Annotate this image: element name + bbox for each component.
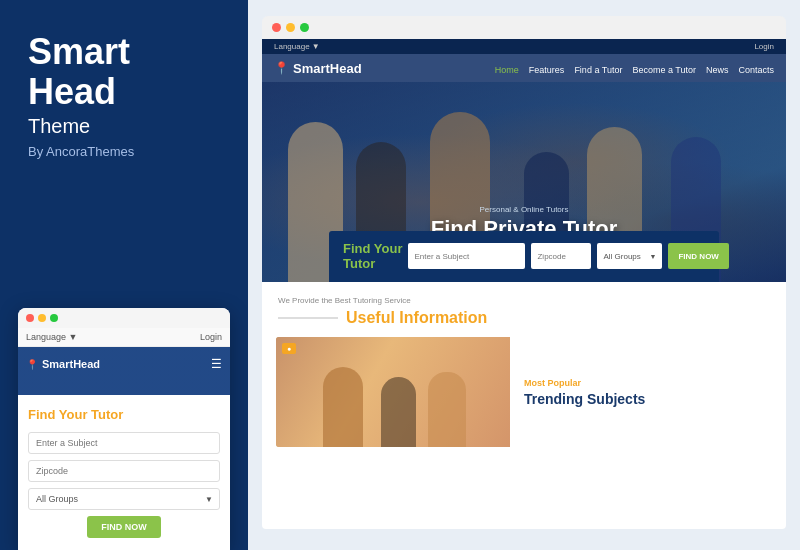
nav-find-tutor-link[interactable]: Find a Tutor bbox=[574, 65, 622, 75]
nav-features-link[interactable]: Features bbox=[529, 65, 565, 75]
search-groups-wrapper: All Groups ▼ bbox=[597, 243, 662, 269]
cards-row: ● Most Popular Trending Subjects bbox=[276, 337, 772, 447]
site-logo-text: SmartHead bbox=[293, 61, 362, 76]
site-logo: 📍 SmartHead bbox=[274, 61, 362, 76]
nav-become-tutor-link[interactable]: Become a Tutor bbox=[632, 65, 696, 75]
nav-home[interactable]: Home bbox=[495, 59, 519, 77]
site-hero: Personal & Online Tutors Find Private Tu… bbox=[262, 82, 786, 282]
nav-contacts-link[interactable]: Contacts bbox=[738, 65, 774, 75]
left-panel: Smart Head Theme By AncoraThemes Languag… bbox=[0, 0, 248, 550]
mockup-login-label: Login bbox=[200, 332, 222, 342]
mockup-hero-banner: 📍 SmartHead ☰ bbox=[18, 347, 230, 395]
mockup-groups-select-wrapper: All Groups ▼ bbox=[28, 488, 220, 510]
card-tag: Most Popular bbox=[524, 378, 758, 388]
site-lang-label: Language ▼ bbox=[274, 42, 320, 51]
hamburger-icon[interactable]: ☰ bbox=[211, 357, 222, 371]
mockup-titlebar bbox=[18, 308, 230, 328]
nav-home-link[interactable]: Home bbox=[495, 65, 519, 75]
mockup-lang-label: Language ▼ bbox=[26, 332, 77, 342]
browser-dot-green bbox=[300, 23, 309, 32]
nav-features[interactable]: Features bbox=[529, 59, 565, 77]
card-badge: ● bbox=[282, 343, 296, 354]
browser-dot-red bbox=[272, 23, 281, 32]
card-person-2 bbox=[381, 377, 416, 447]
hero-subtitle: Personal & Online Tutors bbox=[262, 205, 786, 214]
nav-find-tutor[interactable]: Find a Tutor bbox=[574, 59, 622, 77]
mockup-topbar: Language ▼ Login bbox=[18, 328, 230, 347]
nav-news[interactable]: News bbox=[706, 59, 729, 77]
brand-name: Smart Head Theme By AncoraThemes bbox=[28, 32, 220, 159]
mockup-logo: 📍 SmartHead bbox=[26, 358, 100, 370]
card-person-3 bbox=[428, 372, 466, 447]
site-login-label: Login bbox=[754, 42, 774, 51]
useful-info-section: We Provide the Best Tutoring Service Use… bbox=[262, 282, 786, 337]
divider-left bbox=[278, 317, 338, 319]
useful-heading: Useful Information bbox=[346, 309, 487, 327]
search-find-label: Find Your Tutor bbox=[343, 241, 402, 272]
dot-green bbox=[50, 314, 58, 322]
mockup-findnow-button[interactable]: FIND NOW bbox=[87, 516, 161, 538]
card-text: Most Popular Trending Subjects bbox=[510, 337, 772, 447]
search-bar: Find Your Tutor All Groups ▼ FIND NOW bbox=[329, 231, 719, 282]
card-heading: Trending Subjects bbox=[524, 391, 758, 407]
mockup-find-title: Find Your Tutor bbox=[28, 407, 220, 422]
mockup-groups-select[interactable]: All Groups bbox=[28, 488, 220, 510]
mockup-zipcode-input[interactable] bbox=[28, 460, 220, 482]
mockup-content: Find Your Tutor All Groups ▼ FIND NOW bbox=[18, 395, 230, 550]
brand-subtitle: Theme bbox=[28, 115, 220, 138]
mockup-subject-input[interactable] bbox=[28, 432, 220, 454]
search-subject-input[interactable] bbox=[408, 243, 525, 269]
search-groups-select[interactable]: All Groups bbox=[597, 243, 662, 269]
dot-yellow bbox=[38, 314, 46, 322]
mobile-mockup: Language ▼ Login 📍 SmartHead ☰ Find Your… bbox=[18, 308, 230, 550]
site-nav: Home Features Find a Tutor Become a Tuto… bbox=[495, 59, 774, 77]
pin-icon: 📍 bbox=[26, 359, 38, 370]
browser-chrome bbox=[262, 16, 786, 39]
right-panel: Language ▼ Login 📍 SmartHead Home Featur… bbox=[248, 0, 800, 550]
site-navbar: 📍 SmartHead Home Features Find a Tutor B… bbox=[262, 54, 786, 82]
useful-label: We Provide the Best Tutoring Service bbox=[278, 296, 770, 305]
browser-dot-yellow bbox=[286, 23, 295, 32]
logo-pin-icon: 📍 bbox=[274, 61, 289, 75]
nav-news-link[interactable]: News bbox=[706, 65, 729, 75]
nav-contacts[interactable]: Contacts bbox=[738, 59, 774, 77]
card-image: ● bbox=[276, 337, 510, 447]
dot-red bbox=[26, 314, 34, 322]
brand-by: By AncoraThemes bbox=[28, 144, 220, 159]
mockup-logo-text: SmartHead bbox=[42, 358, 100, 370]
nav-become-tutor[interactable]: Become a Tutor bbox=[632, 59, 696, 77]
search-findnow-button[interactable]: FIND NOW bbox=[668, 243, 728, 269]
site-topbar: Language ▼ Login bbox=[262, 39, 786, 54]
website-wrapper: Language ▼ Login 📍 SmartHead Home Featur… bbox=[262, 39, 786, 529]
mockup-nav: 📍 SmartHead ☰ bbox=[26, 357, 222, 371]
search-zipcode-input[interactable] bbox=[531, 243, 591, 269]
useful-heading-row: Useful Information bbox=[278, 309, 770, 327]
brand-title: Smart Head bbox=[28, 32, 220, 111]
card-person-1 bbox=[323, 367, 363, 447]
